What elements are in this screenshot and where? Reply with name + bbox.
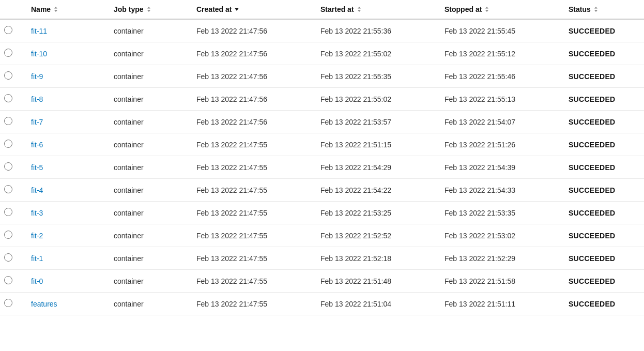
row-name-cell: fit-3	[25, 202, 108, 224]
row-name-link[interactable]: features	[31, 300, 57, 308]
row-job-type: container	[108, 179, 190, 202]
jobs-table-container: Name Job type	[0, 0, 644, 315]
col-header-started-at[interactable]: Started at	[314, 0, 438, 19]
row-name-link[interactable]: fit-0	[31, 277, 43, 285]
row-name-link[interactable]: fit-7	[31, 118, 43, 126]
row-checkbox-cell	[0, 224, 25, 247]
row-status: SUCCEEDED	[562, 202, 644, 224]
row-radio[interactable]	[4, 231, 12, 239]
row-created-at: Feb 13 2022 21:47:55	[190, 293, 314, 315]
row-status: SUCCEEDED	[562, 224, 644, 247]
row-radio[interactable]	[4, 185, 12, 193]
row-started-at: Feb 13 2022 21:55:02	[314, 88, 438, 111]
row-job-type: container	[108, 224, 190, 247]
col-header-status[interactable]: Status	[562, 0, 644, 19]
row-started-at: Feb 13 2022 21:55:02	[314, 42, 438, 65]
row-name-link[interactable]: fit-6	[31, 141, 43, 149]
row-name-link[interactable]: fit-10	[31, 50, 47, 58]
table-row: fit-10containerFeb 13 2022 21:47:56Feb 1…	[0, 42, 644, 65]
status-sort-icon[interactable]	[594, 6, 598, 12]
row-checkbox-cell	[0, 111, 25, 133]
row-job-type: container	[108, 293, 190, 315]
row-radio[interactable]	[4, 71, 12, 80]
row-radio[interactable]	[4, 26, 12, 34]
row-stopped-at: Feb 13 2022 21:54:07	[438, 111, 562, 133]
col-header-created-at[interactable]: Created at	[190, 0, 314, 19]
row-job-type: container	[108, 19, 190, 42]
row-radio[interactable]	[4, 208, 12, 216]
row-name-link[interactable]: fit-1	[31, 254, 43, 263]
table-row: fit-8containerFeb 13 2022 21:47:56Feb 13…	[0, 88, 644, 111]
started-at-sort-icon[interactable]	[357, 6, 361, 12]
row-job-type: container	[108, 202, 190, 224]
row-checkbox-cell	[0, 88, 25, 111]
row-started-at: Feb 13 2022 21:55:35	[314, 65, 438, 88]
row-name-cell: fit-1	[25, 247, 108, 270]
col-header-name[interactable]: Name	[25, 0, 108, 19]
row-radio[interactable]	[4, 162, 12, 171]
row-name-link[interactable]: fit-5	[31, 163, 43, 172]
row-checkbox-cell	[0, 65, 25, 88]
table-row: fit-1containerFeb 13 2022 21:47:55Feb 13…	[0, 247, 644, 270]
row-created-at: Feb 13 2022 21:47:55	[190, 202, 314, 224]
row-job-type: container	[108, 270, 190, 293]
col-header-job-type[interactable]: Job type	[108, 0, 190, 19]
row-radio[interactable]	[4, 49, 12, 57]
row-started-at: Feb 13 2022 21:53:25	[314, 202, 438, 224]
row-radio[interactable]	[4, 253, 12, 262]
row-name-cell: fit-2	[25, 224, 108, 247]
row-name-cell: fit-4	[25, 179, 108, 202]
row-name-link[interactable]: fit-11	[31, 27, 47, 35]
row-name-link[interactable]: fit-3	[31, 209, 43, 217]
row-status: SUCCEEDED	[562, 133, 644, 156]
name-sort-icon[interactable]	[54, 6, 58, 12]
row-started-at: Feb 13 2022 21:52:18	[314, 247, 438, 270]
row-radio[interactable]	[4, 276, 12, 284]
row-checkbox-cell	[0, 202, 25, 224]
row-name-link[interactable]: fit-9	[31, 72, 43, 81]
row-stopped-at: Feb 13 2022 21:51:26	[438, 133, 562, 156]
table-row: fit-3containerFeb 13 2022 21:47:55Feb 13…	[0, 202, 644, 224]
row-created-at: Feb 13 2022 21:47:56	[190, 88, 314, 111]
row-status: SUCCEEDED	[562, 247, 644, 270]
row-started-at: Feb 13 2022 21:53:57	[314, 111, 438, 133]
created-at-sort-icon[interactable]	[235, 7, 239, 11]
row-name-cell: fit-7	[25, 111, 108, 133]
row-created-at: Feb 13 2022 21:47:55	[190, 133, 314, 156]
row-started-at: Feb 13 2022 21:51:15	[314, 133, 438, 156]
row-name-link[interactable]: fit-8	[31, 95, 43, 103]
job-type-sort-icon[interactable]	[147, 6, 151, 12]
row-stopped-at: Feb 13 2022 21:51:58	[438, 270, 562, 293]
row-name-cell: features	[25, 293, 108, 315]
row-status: SUCCEEDED	[562, 270, 644, 293]
row-checkbox-cell	[0, 293, 25, 315]
row-stopped-at: Feb 13 2022 21:55:12	[438, 42, 562, 65]
row-checkbox-cell	[0, 42, 25, 65]
row-job-type: container	[108, 111, 190, 133]
row-job-type: container	[108, 42, 190, 65]
row-name-link[interactable]: fit-4	[31, 186, 43, 194]
stopped-at-sort-icon[interactable]	[485, 6, 489, 12]
row-radio[interactable]	[4, 299, 12, 307]
row-started-at: Feb 13 2022 21:54:22	[314, 179, 438, 202]
row-job-type: container	[108, 133, 190, 156]
row-status: SUCCEEDED	[562, 42, 644, 65]
table-row: fit-7containerFeb 13 2022 21:47:56Feb 13…	[0, 111, 644, 133]
row-status: SUCCEEDED	[562, 19, 644, 42]
row-status: SUCCEEDED	[562, 293, 644, 315]
row-job-type: container	[108, 156, 190, 179]
row-radio[interactable]	[4, 94, 12, 102]
row-created-at: Feb 13 2022 21:47:55	[190, 247, 314, 270]
row-checkbox-cell	[0, 247, 25, 270]
row-name-link[interactable]: fit-2	[31, 232, 43, 240]
table-row: fit-5containerFeb 13 2022 21:47:55Feb 13…	[0, 156, 644, 179]
row-stopped-at: Feb 13 2022 21:53:35	[438, 202, 562, 224]
row-radio[interactable]	[4, 117, 12, 125]
table-row: fit-0containerFeb 13 2022 21:47:55Feb 13…	[0, 270, 644, 293]
row-started-at: Feb 13 2022 21:55:36	[314, 19, 438, 42]
row-created-at: Feb 13 2022 21:47:55	[190, 270, 314, 293]
col-header-stopped-at[interactable]: Stopped at	[438, 0, 562, 19]
row-radio[interactable]	[4, 140, 12, 148]
row-checkbox-cell	[0, 19, 25, 42]
row-stopped-at: Feb 13 2022 21:54:39	[438, 156, 562, 179]
